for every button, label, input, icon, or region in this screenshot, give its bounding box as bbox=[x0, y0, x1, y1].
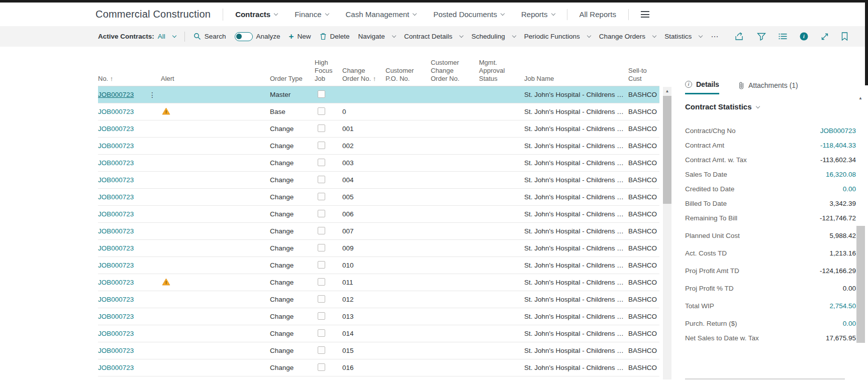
cell-sell-to[interactable]: BASHCO bbox=[628, 296, 659, 303]
table-row[interactable]: JOB000723 ⋮ ! Change 011 St. John's Hosp… bbox=[98, 274, 659, 291]
cell-job-name[interactable]: St. John's Hospital - Childrens … bbox=[524, 227, 628, 235]
column-header-change_no[interactable]: Change Order No. ↑ bbox=[342, 67, 385, 83]
toggle-switch-icon[interactable] bbox=[235, 32, 253, 41]
cell-order-type[interactable]: Change bbox=[270, 193, 315, 201]
cell-sell-to[interactable]: BASHCO bbox=[628, 330, 659, 337]
cell-high-focus[interactable] bbox=[315, 363, 342, 372]
show-list-icon[interactable] bbox=[779, 33, 787, 40]
cell-no[interactable]: JOB000723 bbox=[98, 296, 147, 303]
cell-change-order-no[interactable]: 010 bbox=[342, 262, 385, 269]
contract-no-link[interactable]: JOB000723 bbox=[98, 91, 134, 98]
table-row[interactable]: JOB000723 ⋮ ! Change 012 St. John's Hosp… bbox=[98, 291, 659, 308]
view-filter-value[interactable]: All bbox=[158, 33, 165, 40]
nav-menu-posted-documents[interactable]: Posted Documents bbox=[433, 10, 504, 19]
high-focus-checkbox[interactable] bbox=[318, 329, 325, 337]
cell-no[interactable]: JOB000723 bbox=[98, 262, 147, 269]
sell-to-value[interactable]: BASHCO bbox=[628, 125, 657, 133]
stat-value[interactable]: 2,754.50 bbox=[829, 302, 856, 312]
sell-to-value[interactable]: BASHCO bbox=[628, 364, 657, 371]
action-menu-change-orders[interactable]: Change Orders bbox=[599, 33, 656, 40]
cell-no[interactable]: JOB000723 bbox=[98, 159, 147, 167]
cell-no[interactable]: JOB000723 bbox=[98, 364, 147, 371]
cell-job-name[interactable]: St. John's Hospital - Childrens … bbox=[524, 330, 628, 337]
hamburger-menu-icon[interactable] bbox=[641, 11, 649, 18]
cell-order-type[interactable]: Change bbox=[270, 244, 315, 252]
cell-change-order-no[interactable]: 012 bbox=[342, 296, 385, 303]
high-focus-checkbox[interactable] bbox=[318, 210, 325, 217]
search-button[interactable]: Search bbox=[194, 33, 226, 40]
cell-sell-to[interactable]: BASHCO bbox=[628, 142, 659, 150]
cell-sell-to[interactable]: BASHCO bbox=[628, 210, 659, 218]
cell-high-focus[interactable] bbox=[315, 312, 342, 321]
tab-attachments[interactable]: Attachments (1) bbox=[738, 80, 798, 94]
table-row[interactable]: JOB000723 ⋮ ! Change 005 St. John's Hosp… bbox=[98, 189, 659, 206]
cell-row-options[interactable]: ⋮ bbox=[147, 125, 161, 133]
cell-order-type[interactable]: Change bbox=[270, 364, 315, 371]
cell-order-type[interactable]: Change bbox=[270, 313, 315, 320]
cell-high-focus[interactable] bbox=[315, 210, 342, 219]
nav-menu-cash-management[interactable]: Cash Management bbox=[346, 10, 417, 19]
cell-row-options[interactable]: ⋮ bbox=[147, 193, 161, 201]
cell-high-focus[interactable] bbox=[315, 107, 342, 116]
table-row[interactable]: JOB000723 ⋮ ! Change 003 St. John's Hosp… bbox=[98, 155, 659, 172]
table-row[interactable]: JOB000723 ⋮ ! Master St. John's Hospital… bbox=[98, 86, 659, 103]
share-icon[interactable] bbox=[735, 32, 744, 41]
cell-row-options[interactable]: ⋮ bbox=[147, 91, 161, 99]
cell-job-name[interactable]: St. John's Hospital - Childrens … bbox=[524, 108, 628, 115]
contract-no-link[interactable]: JOB000723 bbox=[98, 159, 134, 167]
table-row[interactable]: JOB000723 ⋮ ! Change 015 St. John's Hosp… bbox=[98, 342, 659, 359]
action-menu-statistics[interactable]: Statistics bbox=[664, 33, 702, 40]
high-focus-checkbox[interactable] bbox=[318, 107, 325, 115]
column-header-cust_chg[interactable]: Customer Change Order No. bbox=[431, 59, 479, 83]
cell-no[interactable]: JOB000723 bbox=[98, 210, 147, 218]
cell-job-name[interactable]: St. John's Hospital - Childrens … bbox=[524, 244, 628, 252]
cell-row-options[interactable]: ⋮ bbox=[147, 279, 161, 287]
bookmark-icon[interactable] bbox=[841, 32, 848, 41]
cell-high-focus[interactable] bbox=[315, 295, 342, 304]
cell-no[interactable]: JOB000723 bbox=[98, 330, 147, 337]
cell-change-order-no[interactable]: 007 bbox=[342, 227, 385, 235]
cell-row-options[interactable]: ⋮ bbox=[147, 227, 161, 235]
action-menu-scheduling[interactable]: Scheduling bbox=[471, 33, 516, 40]
cell-job-name[interactable]: St. John's Hospital - Childrens … bbox=[524, 176, 628, 184]
cell-sell-to[interactable]: BASHCO bbox=[628, 91, 659, 98]
high-focus-checkbox[interactable] bbox=[318, 193, 325, 200]
contract-no-link[interactable]: JOB000723 bbox=[98, 279, 134, 286]
cell-row-options[interactable]: ⋮ bbox=[147, 108, 161, 116]
contract-no-link[interactable]: JOB000723 bbox=[98, 176, 134, 184]
column-header-order_type[interactable]: Order Type bbox=[270, 75, 315, 83]
stat-value[interactable]: 0.00 bbox=[843, 185, 856, 195]
sell-to-value[interactable]: BASHCO bbox=[628, 193, 657, 201]
high-focus-checkbox[interactable] bbox=[318, 142, 325, 149]
cell-order-type[interactable]: Change bbox=[270, 279, 315, 286]
cell-sell-to[interactable]: BASHCO bbox=[628, 262, 659, 269]
high-focus-checkbox[interactable] bbox=[318, 227, 325, 234]
sell-to-value[interactable]: BASHCO bbox=[628, 330, 657, 337]
sell-to-value[interactable]: BASHCO bbox=[628, 227, 657, 235]
contract-no-link[interactable]: JOB000723 bbox=[98, 227, 134, 235]
cell-no[interactable]: JOB000723 bbox=[98, 279, 147, 286]
column-header-no[interactable]: No. ↑ bbox=[98, 75, 147, 83]
high-focus-checkbox[interactable] bbox=[318, 244, 325, 251]
cell-order-type[interactable]: Change bbox=[270, 142, 315, 150]
cell-high-focus[interactable] bbox=[315, 193, 342, 202]
more-options-button[interactable]: ⋯ bbox=[711, 32, 719, 41]
table-row[interactable]: JOB000723 ⋮ ! Change 014 St. John's Hosp… bbox=[98, 325, 659, 342]
stat-value[interactable]: 16,320.08 bbox=[826, 171, 856, 181]
cell-sell-to[interactable]: BASHCO bbox=[628, 279, 659, 286]
sell-to-value[interactable]: BASHCO bbox=[628, 176, 657, 184]
cell-no[interactable]: JOB000723 bbox=[98, 313, 147, 320]
column-header-cust_po[interactable]: Customer P.O. No. bbox=[385, 67, 431, 83]
sell-to-value[interactable]: BASHCO bbox=[628, 142, 657, 150]
table-row[interactable]: JOB000723 ⋮ ! Change 001 St. John's Hosp… bbox=[98, 120, 659, 138]
cell-order-type[interactable]: Change bbox=[270, 176, 315, 184]
sell-to-value[interactable]: BASHCO bbox=[628, 108, 657, 115]
cell-high-focus[interactable] bbox=[315, 159, 342, 168]
high-focus-checkbox[interactable] bbox=[318, 278, 325, 286]
sell-to-value[interactable]: BASHCO bbox=[628, 159, 657, 167]
cell-job-name[interactable]: St. John's Hospital - Childrens … bbox=[524, 313, 628, 320]
tab-details[interactable]: i Details bbox=[685, 80, 719, 94]
cell-job-name[interactable]: St. John's Hospital - Childrens … bbox=[524, 296, 628, 303]
cell-no[interactable]: JOB000723 bbox=[98, 347, 147, 354]
high-focus-checkbox[interactable] bbox=[318, 295, 325, 303]
